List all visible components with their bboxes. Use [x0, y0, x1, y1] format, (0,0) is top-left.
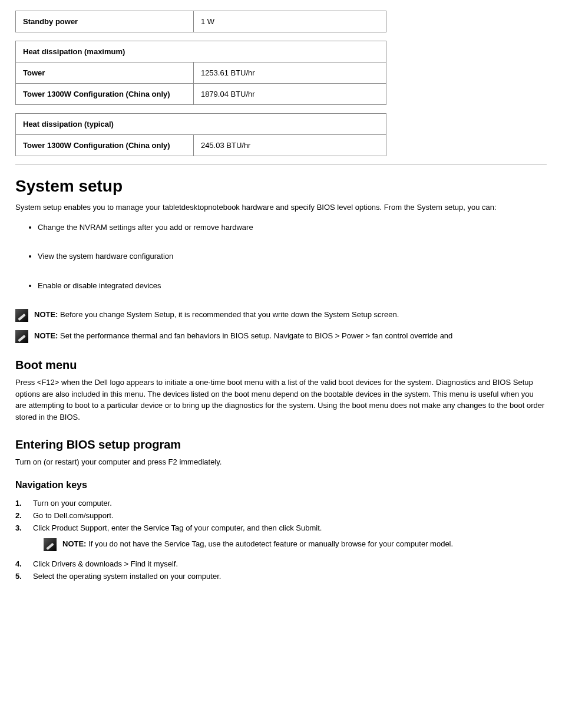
entering-bios-paragraph: Turn on (or restart) your computer and p…: [15, 456, 547, 468]
pencil-icon: [15, 309, 28, 322]
note1-text-wrap: NOTE: Before you change System Setup, it…: [34, 309, 399, 321]
pencil-icon: [15, 330, 28, 343]
step-5-body: Select the operating system installed on…: [33, 572, 547, 581]
heading-navigation-keys: Navigation keys: [15, 480, 547, 490]
standby-power-table: Standby power 1 W: [15, 11, 386, 32]
bullet-view-hw: View the system hardware configuration: [38, 251, 547, 262]
heat-max-row0-value: 1253.61 BTU/hr: [193, 62, 386, 84]
note-change-system-setup: NOTE: Before you change System Setup, it…: [15, 309, 547, 322]
step-5: 5. Select the operating system installed…: [15, 572, 547, 581]
step-2-num: 2.: [15, 511, 27, 520]
heat-typical-header: Heat dissipation (typical): [16, 114, 386, 135]
bullet-enable-disable: Enable or disable integrated devices: [38, 280, 547, 292]
subnote-label: NOTE:: [62, 539, 88, 548]
step-1-body: Turn on your computer.: [33, 499, 547, 508]
note2-label: NOTE:: [34, 331, 60, 340]
subnote-body: If you do not have the Service Tag, use …: [88, 539, 453, 548]
step-4-body: Click Drivers & downloads > Find it myse…: [33, 559, 547, 568]
step-3-body: Click Product Support, enter the Service…: [33, 523, 547, 532]
bullet-nvram: Change the NVRAM settings after you add …: [38, 222, 547, 233]
step-5-num: 5.: [15, 572, 27, 581]
heat-typical-row0-label: Tower 1300W Configuration (China only): [16, 135, 194, 156]
note1-label: NOTE:: [34, 310, 60, 319]
heading-entering-bios: Entering BIOS setup program: [15, 438, 547, 452]
note-fan-control: NOTE: Set the performance thermal and fa…: [15, 330, 547, 343]
step-2: 2. Go to Dell.com/support.: [15, 511, 547, 520]
step-4-num: 4.: [15, 559, 27, 568]
divider: [15, 164, 547, 165]
heading-system-setup: System setup: [15, 177, 547, 196]
step-1: 1. Turn on your computer.: [15, 499, 547, 508]
heading-boot-menu: Boot menu: [15, 358, 547, 372]
standby-power-value: 1 W: [193, 11, 386, 32]
system-setup-bullets: Change the NVRAM settings after you add …: [38, 222, 547, 292]
system-setup-intro: System setup enables you to manage your …: [15, 202, 547, 213]
pencil-icon: [44, 538, 57, 551]
note1-body: Before you change System Setup, it is re…: [60, 310, 399, 319]
note2-text-wrap: NOTE: Set the performance thermal and fa…: [34, 330, 452, 342]
step-3-subnote: NOTE: If you do not have the Service Tag…: [44, 538, 547, 551]
heat-dissipation-max-table: Heat dissipation (maximum) Tower 1253.61…: [15, 41, 386, 105]
heat-max-row1-label: Tower 1300W Configuration (China only): [16, 84, 194, 105]
heat-max-header: Heat dissipation (maximum): [16, 41, 386, 62]
step-3: 3. Click Product Support, enter the Serv…: [15, 523, 547, 532]
step-3-num: 3.: [15, 523, 27, 532]
subnote-text-wrap: NOTE: If you do not have the Service Tag…: [62, 538, 453, 550]
standby-power-label: Standby power: [16, 11, 194, 32]
heat-dissipation-typical-table: Heat dissipation (typical) Tower 1300W C…: [15, 113, 386, 156]
note2-body: Set the performance thermal and fan beha…: [60, 331, 452, 340]
heat-max-row0-label: Tower: [16, 62, 194, 84]
step-2-body: Go to Dell.com/support.: [33, 511, 547, 520]
heat-max-row1-value: 1879.04 BTU/hr: [193, 84, 386, 105]
step-1-num: 1.: [15, 499, 27, 508]
heat-typical-row0-value: 245.03 BTU/hr: [193, 135, 386, 156]
step-4: 4. Click Drivers & downloads > Find it m…: [15, 559, 547, 568]
step-list: 1. Turn on your computer. 2. Go to Dell.…: [15, 499, 547, 581]
boot-menu-paragraph: Press <F12> when the Dell logo appears t…: [15, 377, 547, 423]
